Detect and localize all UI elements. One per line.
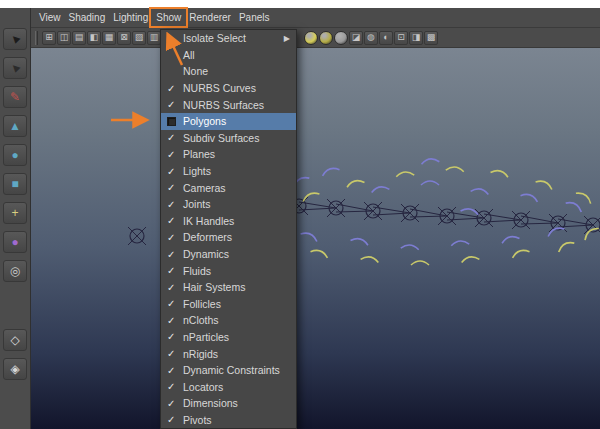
rotate-tool-icon[interactable]: ● (3, 144, 27, 166)
checkmark-icon: ✓ (167, 315, 175, 326)
textured-mode-icon[interactable] (334, 31, 348, 45)
check-column: ✓ (167, 265, 183, 276)
show-menu-item-follicles[interactable]: ✓ Follicles (161, 296, 296, 313)
show-menu-item-nurbs-curves[interactable]: ✓ NURBS Curves (161, 80, 296, 97)
show-menu-item-lights[interactable]: ✓ Lights (161, 163, 296, 180)
show-menu-item-polygons[interactable]: Polygons (161, 113, 296, 130)
check-column: ✓ (167, 348, 183, 359)
show-menu-item-hair-systems[interactable]: ✓ Hair Systems (161, 279, 296, 296)
checkmark-icon: ✓ (167, 249, 175, 260)
menu-item-label: Dynamics (183, 248, 229, 260)
show-menu-item-subdiv-surfaces[interactable]: ✓ Subdiv Surfaces (161, 130, 296, 147)
menu-item-label: NURBS Surfaces (183, 99, 264, 111)
move-tool-icon[interactable]: ▲ (3, 115, 27, 137)
menu-item-label: Polygons (183, 115, 226, 127)
grease-pencil-icon[interactable]: ▨ (132, 31, 146, 45)
viewport[interactable] (31, 48, 600, 429)
show-menu-item-dynamics[interactable]: ✓ Dynamics (161, 246, 296, 263)
show-menu-item-isolate-select[interactable]: Isolate Select ▶ (161, 30, 296, 47)
check-column: ✓ (167, 298, 183, 309)
lighting-icon[interactable]: ◍ (364, 31, 378, 45)
menu-item-label: nCloths (183, 314, 219, 326)
check-column: ✓ (167, 249, 183, 260)
menu-panels[interactable]: Panels (235, 10, 274, 25)
show-menu-item-nurbs-surfaces[interactable]: ✓ NURBS Surfaces (161, 96, 296, 113)
checkmark-icon: ✓ (167, 381, 175, 392)
menu-view[interactable]: View (35, 10, 65, 25)
menu-show[interactable]: Show (152, 10, 185, 25)
pan-zoom-icon[interactable]: ⊠ (117, 31, 131, 45)
checkmark-icon: ✓ (167, 166, 175, 177)
checkmark-icon: ✓ (167, 348, 175, 359)
menu-item-label: Joints (183, 198, 210, 210)
page-background-strip (0, 0, 600, 8)
checkmark-icon: ✓ (167, 199, 175, 210)
menu-renderer[interactable]: Renderer (185, 10, 235, 25)
show-menu-item-planes[interactable]: ✓ Planes (161, 146, 296, 163)
check-column: ✓ (167, 414, 183, 425)
menu-item-label: Fluids (183, 265, 211, 277)
checkmark-icon: ✓ (167, 182, 175, 193)
menu-item-label: Lights (183, 165, 211, 177)
checkmark-icon: ✓ (167, 331, 175, 342)
show-menu-item-none[interactable]: None (161, 63, 296, 80)
show-menu-item-pivots[interactable]: ✓ Pivots (161, 412, 296, 429)
show-menu-item-ncloths[interactable]: ✓ nCloths (161, 312, 296, 329)
show-menu-item-nrigids[interactable]: ✓ nRigids (161, 345, 296, 362)
menu-item-label: nRigids (183, 348, 218, 360)
scale-tool-icon[interactable]: ■ (3, 173, 27, 195)
select-camera-icon[interactable]: ⊞ (42, 31, 56, 45)
menu-item-label: Pivots (183, 414, 212, 426)
shaded-mode-icon[interactable] (319, 31, 333, 45)
menu-lighting[interactable]: Lighting (109, 10, 152, 25)
show-menu-item-deformers[interactable]: ✓ Deformers (161, 229, 296, 246)
show-menu-item-fluids[interactable]: ✓ Fluids (161, 262, 296, 279)
menu-shading[interactable]: Shading (65, 10, 110, 25)
menu-item-label: nParticles (183, 331, 229, 343)
bookmarks-icon[interactable]: ◧ (87, 31, 101, 45)
toolbox: ► ► ✎ ▲ ● ■ (0, 8, 31, 429)
exposure-icon[interactable]: ▩ (424, 31, 438, 45)
show-menu-item-all[interactable]: All (161, 47, 296, 64)
checkmark-icon: ✓ (167, 282, 175, 293)
toolbar-grip (35, 31, 38, 45)
default-material-icon[interactable]: ◪ (349, 31, 363, 45)
show-menu-item-ik-handles[interactable]: ✓ IK Handles (161, 213, 296, 230)
check-column: ✓ (167, 232, 183, 243)
layout-single-pane-icon[interactable]: ◇ (3, 329, 27, 351)
select-tool-icon[interactable]: ► (3, 28, 27, 50)
image-plane-icon[interactable]: ▦ (102, 31, 116, 45)
xray-icon[interactable]: ⊡ (394, 31, 408, 45)
show-menu-item-dynamic-constraints[interactable]: ✓ Dynamic Constraints (161, 362, 296, 379)
menu-item-label: Follicles (183, 298, 221, 310)
lasso-select-tool-icon[interactable]: ► (3, 57, 27, 79)
show-menu-item-cameras[interactable]: ✓ Cameras (161, 179, 296, 196)
maya-viewport-panel: ► ► ✎ ▲ ● ■ (0, 0, 600, 429)
camera-attributes-icon[interactable]: ▤ (72, 31, 86, 45)
film-gate-icon[interactable]: ▥ (147, 31, 161, 45)
check-column: ✓ (167, 315, 183, 326)
show-manipulator-tool-icon[interactable]: ◎ (3, 260, 27, 282)
panel-menubar: View Shading Lighting Show Renderer Pane… (31, 8, 600, 28)
menu-item-label: NURBS Curves (183, 82, 256, 94)
paint-selection-tool-icon[interactable]: ✎ (3, 86, 27, 108)
panel-window: ► ► ✎ ▲ ● ■ (0, 8, 600, 429)
show-menu-item-joints[interactable]: ✓ Joints (161, 196, 296, 213)
lock-camera-icon[interactable]: ◫ (57, 31, 71, 45)
universal-manipulator-tool-icon[interactable]: + (3, 202, 27, 224)
wireframe-mode-icon[interactable] (304, 31, 318, 45)
check-column: ✓ (167, 166, 183, 177)
panel-icon-toolbar: ⊞ ◫ ▤ ◧ ▦ (31, 28, 600, 48)
show-menu-item-locators[interactable]: ✓ Locators (161, 378, 296, 395)
unchecked-checkbox-icon (167, 117, 176, 126)
checkmark-icon: ✓ (167, 265, 175, 276)
check-column: ✓ (167, 381, 183, 392)
soft-modification-tool-icon[interactable]: ● (3, 231, 27, 253)
check-column: ✓ (167, 331, 183, 342)
layout-four-pane-icon[interactable]: ◈ (3, 358, 27, 380)
show-menu-item-nparticles[interactable]: ✓ nParticles (161, 329, 296, 346)
menu-item-label: All (183, 49, 195, 61)
isolate-select-icon[interactable]: ◨ (409, 31, 423, 45)
shadows-icon[interactable]: ◐ (379, 31, 393, 45)
show-menu-item-dimensions[interactable]: ✓ Dimensions (161, 395, 296, 412)
